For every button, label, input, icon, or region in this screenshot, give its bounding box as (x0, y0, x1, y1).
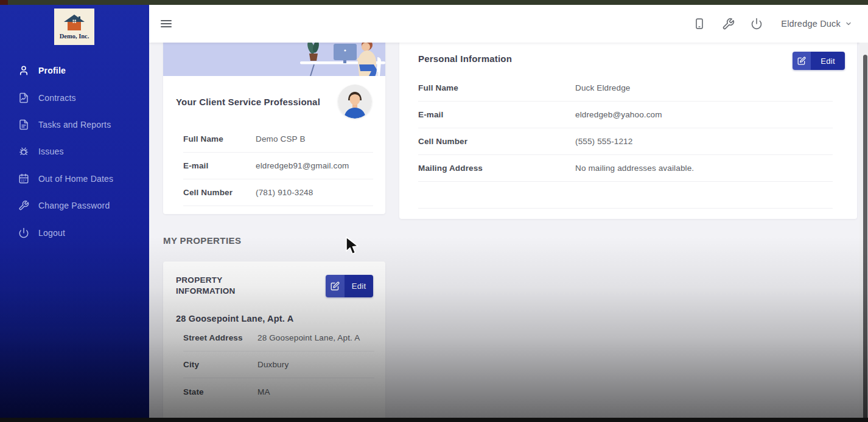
property-card-header: PROPERTY INFORMATION Edit (163, 261, 385, 297)
property-card-title: PROPERTY INFORMATION (176, 275, 255, 297)
mouse-cursor (344, 237, 359, 258)
field-label: State (183, 387, 257, 396)
pencil-square-icon (326, 275, 345, 297)
user-name: Eldredge Duck (781, 19, 841, 29)
topbar-actions: Eldredge Duck (693, 17, 852, 30)
company-logo[interactable]: Demo, Inc. (54, 9, 94, 45)
report-document-icon (18, 119, 29, 130)
calendar-icon (18, 173, 29, 184)
field-value: Demo CSP B (256, 134, 306, 144)
sidebar-item-change-password[interactable]: Change Password (0, 192, 149, 219)
video-artifact-red-segment (0, 0, 8, 5)
my-properties-heading: MY PROPERTIES (163, 235, 241, 246)
field-value: (555) 555-1212 (575, 137, 632, 146)
sidebar-item-out-of-home-dates[interactable]: Out of Home Dates (0, 165, 149, 192)
csp-card-header: Your Client Service Professional (163, 76, 385, 122)
field-value: MA (257, 387, 270, 396)
sidebar-nav: Profile Contracts Tasks and Reports Issu… (0, 57, 149, 246)
contract-document-icon (18, 92, 29, 103)
desk-illustration (163, 40, 385, 76)
field-value: Duck Eldredge (575, 83, 631, 92)
smartphone-icon[interactable] (693, 17, 706, 30)
user-menu[interactable]: Eldredge Duck (781, 19, 852, 29)
property-information-card: PROPERTY INFORMATION Edit 28 Goosepoint … (163, 261, 385, 422)
edit-button-label: Edit (811, 52, 845, 70)
wrench-icon (18, 200, 29, 211)
field-value: eldredgeb91@gmail.com (256, 161, 349, 170)
csp-card: Your Client Service Professional Full Na… (163, 40, 385, 214)
wrench-icon[interactable] (721, 17, 735, 30)
sidebar-item-contracts[interactable]: Contracts (0, 84, 149, 111)
field-value: 28 Goosepoint Lane, Apt. A (257, 333, 360, 342)
field-value: No mailing addresses available. (575, 164, 694, 173)
field-label: City (183, 360, 257, 369)
sidebar-item-issues[interactable]: Issues (0, 138, 149, 165)
field-value: (781) 910-3248 (256, 188, 313, 197)
field-label: Full Name (418, 83, 575, 92)
scrollbar-thumb[interactable] (863, 55, 867, 422)
field-label: Street Address (183, 333, 257, 342)
csp-row-email: E-mail eldredgeb91@gmail.com (183, 153, 373, 179)
sidebar-item-logout[interactable]: Logout (0, 219, 149, 246)
field-label: Mailing Address (418, 164, 575, 173)
personal-edit-button[interactable]: Edit (793, 52, 845, 70)
field-label: E-mail (183, 161, 256, 170)
video-artifact-top-strip (0, 0, 868, 5)
power-icon[interactable] (750, 17, 763, 30)
csp-row-full-name: Full Name Demo CSP B (183, 126, 373, 153)
csp-rows: Full Name Demo CSP B E-mail eldredgeb91@… (163, 122, 385, 206)
property-address-heading: 28 Goosepoint Lane, Apt. A (163, 297, 385, 325)
personal-row-mailing-address: Mailing Address No mailing addresses ava… (418, 155, 833, 182)
field-label: Cell Number (183, 188, 256, 197)
logo-text: Demo, Inc. (60, 33, 89, 40)
property-row-street-address: Street Address 28 Goosepoint Lane, Apt. … (183, 325, 374, 351)
sidebar-item-label: Issues (38, 147, 64, 156)
empty-row (418, 182, 833, 209)
top-bar: Eldredge Duck (149, 5, 868, 43)
house-logo-icon (63, 14, 86, 32)
video-artifact-bottom-strip (0, 418, 868, 422)
sidebar: Demo, Inc. Profile Contracts Tasks and R… (0, 5, 149, 422)
pencil-square-icon (793, 52, 811, 70)
field-value: eldredgeb@yahoo.com (575, 110, 662, 119)
csp-row-cell-number: Cell Number (781) 910-3248 (183, 179, 373, 206)
personal-card-title: Personal Information (418, 54, 512, 64)
power-icon (18, 227, 29, 238)
sidebar-item-tasks-and-reports[interactable]: Tasks and Reports (0, 111, 149, 138)
field-label: Full Name (183, 134, 256, 144)
field-label: Cell Number (418, 137, 575, 146)
csp-avatar (338, 85, 372, 119)
sidebar-item-label: Out of Home Dates (38, 174, 113, 184)
sidebar-item-label: Logout (38, 228, 65, 238)
chevron-down-icon (845, 20, 852, 27)
personal-row-full-name: Full Name Duck Eldredge (418, 75, 833, 102)
property-edit-button[interactable]: Edit (326, 275, 373, 297)
sidebar-item-profile[interactable]: Profile (0, 57, 149, 84)
sidebar-item-label: Profile (38, 66, 66, 75)
personal-rows: Full Name Duck Eldredge E-mail eldredgeb… (399, 75, 857, 209)
personal-card-header: Personal Information Edit (399, 40, 857, 75)
sidebar-item-label: Change Password (38, 201, 110, 210)
bug-icon (18, 146, 29, 157)
hamburger-menu-icon[interactable] (161, 20, 172, 28)
person-icon (18, 65, 29, 76)
personal-row-cell-number: Cell Number (555) 555-1212 (418, 128, 833, 155)
sidebar-item-label: Tasks and Reports (38, 120, 111, 130)
property-rows: Street Address 28 Goosepoint Lane, Apt. … (163, 325, 385, 405)
field-label: E-mail (418, 110, 575, 119)
field-value: Duxbury (257, 360, 289, 369)
edit-button-label: Edit (345, 275, 373, 297)
personal-information-card: Personal Information Edit Full Name Duck… (399, 40, 857, 219)
sidebar-item-label: Contracts (38, 93, 76, 103)
personal-row-email: E-mail eldredgeb@yahoo.com (418, 102, 833, 128)
property-row-state: State MA (183, 378, 374, 405)
csp-card-title: Your Client Service Professional (176, 97, 320, 107)
property-row-city: City Duxbury (183, 351, 374, 378)
